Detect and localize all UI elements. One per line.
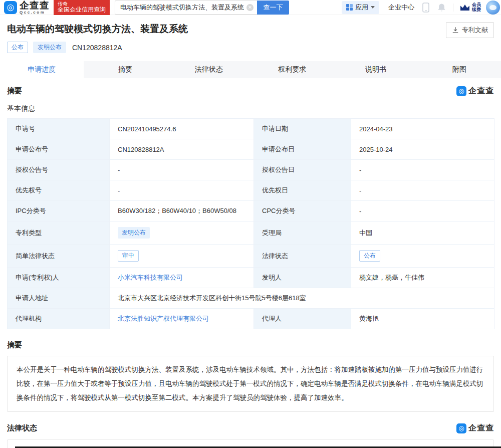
table-row: IPC分类号B60W30/182；B60W40/10；B60W50/08CPC分…: [8, 201, 494, 221]
publication-number: CN120828812A: [72, 44, 122, 52]
company-link[interactable]: 北京法胜知识产权代理有限公司: [118, 315, 209, 322]
field-value: 小米汽车科技有限公司: [110, 268, 254, 288]
header-divider: [453, 4, 453, 12]
patent-document-button[interactable]: 专利文献: [446, 22, 494, 38]
section-title-legal: 法律状态: [7, 423, 37, 433]
user-avatar[interactable]: [486, 1, 500, 15]
header-search: ✕ 查一下: [115, 1, 289, 15]
qcc-logo-icon: ◎: [4, 1, 17, 14]
field-value: B60W30/182；B60W40/10；B60W50/08: [110, 201, 254, 221]
brand-slogan-badge: 传奇 全国企业信用查询: [54, 0, 110, 15]
search-clear-icon[interactable]: ✕: [246, 4, 254, 11]
page-title: 电动车辆的驾驶模式切换方法、装置及系统: [7, 23, 494, 36]
qcc-watermark-icon: ◎: [456, 86, 466, 96]
field-value: 北京法胜知识产权代理有限公司: [110, 309, 254, 329]
status-badge-publish: 公布: [7, 42, 28, 53]
qcc-watermark-icon-2: ◎: [456, 423, 466, 433]
basic-info-table: 申请号CN202410495274.6申请日期2024-04-23申请公布号CN…: [7, 118, 494, 329]
table-row: 申请号CN202410495274.6申请日期2024-04-23: [8, 119, 494, 139]
field-label: 申请(专利权)人: [8, 268, 110, 288]
patent-detail-page: ◎ 企查查 Qcc.com 传奇 全国企业信用查询 ✕ 查一下 应用 企业: [0, 0, 501, 448]
enterprise-center-link[interactable]: 企业中心: [388, 3, 414, 12]
field-value: 黄海艳: [351, 309, 494, 329]
value-text: B60W30/182；B60W40/10；B60W50/08: [118, 207, 236, 214]
field-label: 申请人地址: [8, 288, 110, 309]
abstract-text: 本公开是关于一种电动车辆的驾驶模式切换方法、装置及系统，涉及电动车辆技术领域。其…: [7, 356, 494, 412]
field-label: 代理机构: [8, 309, 110, 329]
value-text: -: [118, 166, 120, 174]
field-value: -: [110, 160, 254, 180]
value-text: -: [359, 207, 361, 215]
qcc-watermark: ◎ 企查查: [456, 86, 494, 96]
field-value: 中国: [351, 221, 494, 245]
chevron-down-icon: [371, 6, 375, 9]
field-value: 审中: [110, 245, 254, 268]
value-text: CN120828812A: [118, 146, 164, 153]
detail-tabs: 申请进度摘要法律状态权利要求说明书附图: [0, 61, 501, 78]
vip-line2: 续费: [472, 8, 481, 13]
field-value: -: [110, 180, 254, 201]
table-row: 代理机构北京法胜知识产权代理有限公司代理人黄海艳: [8, 309, 494, 329]
qcc-logo[interactable]: ◎ 企查查 Qcc.com 传奇 全国企业信用查询: [4, 0, 110, 15]
field-label: 申请号: [8, 119, 110, 139]
value-text: 黄海艳: [359, 315, 379, 322]
tab-0[interactable]: 申请进度: [0, 61, 84, 78]
field-value: CN120828812A: [110, 139, 254, 160]
company-link[interactable]: 小米汽车科技有限公司: [118, 274, 183, 281]
field-value: -: [351, 201, 494, 221]
apps-label: 应用: [355, 3, 368, 12]
patent-title-bar: 电动车辆的驾驶模式切换方法、装置及系统 公布 发明公布 CN120828812A…: [0, 15, 501, 61]
apps-menu[interactable]: 应用: [342, 1, 379, 14]
value-text: -: [359, 187, 361, 194]
field-value: CN202410495274.6: [110, 119, 254, 139]
field-label: 代理人: [254, 309, 351, 329]
top-header: ◎ 企查查 Qcc.com 传奇 全国企业信用查询 ✕ 查一下 应用 企业: [0, 0, 501, 15]
field-label: 发明人: [254, 268, 351, 288]
value-text: -: [359, 166, 361, 174]
notification-bell-icon[interactable]: [437, 3, 446, 12]
field-value: 公布: [351, 245, 494, 268]
field-value: -: [351, 160, 494, 180]
slogan-line2: 全国企业信用查询: [58, 7, 106, 14]
field-label: 申请公布号: [8, 139, 110, 160]
field-value: -: [351, 180, 494, 201]
field-value: 北京市大兴区北京经济技术开发区科创十街15号院5号楼6层618室: [110, 288, 494, 309]
field-label: 授权公告日: [254, 160, 351, 180]
section-title-summary: 摘要: [7, 86, 22, 96]
value-text: 2025-10-24: [359, 146, 393, 153]
table-row: 优先权号-优先权日-: [8, 180, 494, 201]
download-icon: [452, 27, 459, 34]
value-text: 北京市大兴区北京经济技术开发区科创十街15号院5号楼6层618室: [118, 294, 306, 302]
qcc-watermark-text-2: 企查查: [468, 423, 494, 433]
field-label: CPC分类号: [254, 201, 351, 221]
field-label: 专利类型: [8, 221, 110, 245]
abstract-heading: 摘要: [0, 329, 501, 356]
table-row: 申请(专利权)人小米汽车科技有限公司发明人杨文婕，杨磊，牛佳伟: [8, 268, 494, 288]
field-label: 申请日期: [254, 119, 351, 139]
apps-grid-icon: [346, 4, 353, 11]
value-text: 杨文婕，杨磊，牛佳伟: [359, 274, 424, 281]
field-value: 杨文婕，杨磊，牛佳伟: [351, 268, 494, 288]
value-text: 中国: [359, 229, 372, 237]
qcc-watermark-text: 企查查: [468, 86, 494, 96]
vip-renew-button[interactable]: 会员 续费: [459, 3, 481, 13]
tab-3[interactable]: 权利要求: [250, 61, 334, 78]
tab-1[interactable]: 摘要: [84, 61, 167, 78]
field-label: 优先权号: [8, 180, 110, 201]
field-label: 受理局: [254, 221, 351, 245]
field-label: 申请公布日: [254, 139, 351, 160]
table-row: 授权公告号-授权公告日-: [8, 160, 494, 180]
mobile-app-icon[interactable]: [422, 3, 429, 13]
field-label: 授权公告号: [8, 160, 110, 180]
table-row: 简单法律状态审中法律状态公布: [8, 245, 494, 268]
crown-icon: [459, 3, 470, 12]
search-input[interactable]: [115, 1, 257, 15]
basic-info-heading: 基本信息: [0, 96, 501, 118]
value-text: 2024-04-23: [359, 125, 393, 133]
tab-5[interactable]: 附图: [417, 61, 501, 78]
value-text: -: [118, 187, 120, 194]
tab-4[interactable]: 说明书: [334, 61, 418, 78]
tab-2[interactable]: 法律状态: [167, 61, 250, 78]
search-button[interactable]: 查一下: [257, 1, 289, 15]
brand-name: 企查查: [20, 1, 50, 10]
